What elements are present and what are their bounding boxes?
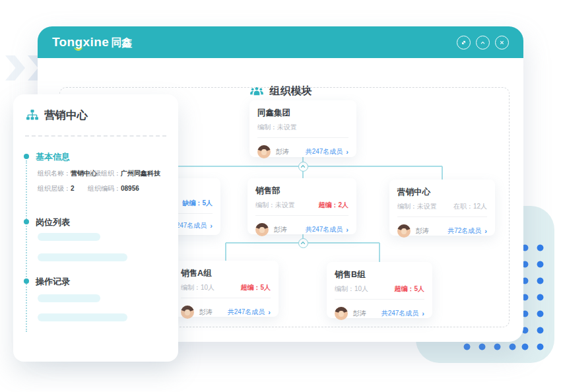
manager-name: 彭涛: [416, 226, 429, 236]
chevron-right-decoration: [5, 55, 25, 81]
section-bullet: [24, 219, 29, 224]
manager-name: 彭涛: [274, 225, 287, 234]
members-link[interactable]: 共247名成员›: [306, 225, 348, 234]
members-link[interactable]: 共247名成员›: [228, 308, 271, 317]
close-button[interactable]: [495, 36, 509, 49]
staffing-label: 编制：10人: [335, 284, 368, 294]
overstaffed-label: 超编：2人: [318, 201, 348, 210]
placeholder-bar: [38, 233, 100, 241]
overstaffed-label: 超编：5人: [240, 283, 271, 292]
chevron-up-icon: [479, 39, 486, 46]
member-avatar: [335, 307, 348, 320]
manager-name: 彭涛: [353, 309, 366, 318]
divider: [335, 299, 424, 300]
member-avatar: [255, 223, 269, 236]
chevron-up-icon: [300, 240, 306, 245]
parent-org-field: 上级组织：广州同鑫科技: [88, 169, 160, 178]
connector-line: [225, 243, 226, 261]
org-code-field: 组织编码：08956: [88, 184, 139, 193]
staffing-label: 编制：未设置: [397, 202, 437, 211]
connector-line: [442, 166, 443, 180]
staffing-label: 编制：10人: [181, 283, 214, 292]
chevron-up-icon: [300, 164, 306, 169]
on-duty-label: 在职：12人: [453, 202, 487, 211]
collapse-button[interactable]: [476, 36, 490, 49]
org-level-field: 组织层级：2: [38, 184, 75, 193]
org-card-title: 营销中心: [397, 187, 487, 198]
chevron-right-icon: ›: [422, 310, 424, 317]
section-heading-basic-info: 基本信息: [36, 151, 70, 163]
connector-collapse-node[interactable]: [298, 162, 308, 172]
chevron-right-icon: ›: [346, 148, 348, 156]
org-card-title: 销售B组: [335, 269, 424, 280]
staffing-label: 编制：未设置: [257, 123, 297, 132]
chevron-right-icon: ›: [484, 227, 487, 235]
members-link[interactable]: 共247名成员›: [306, 147, 348, 156]
connector-line: [379, 243, 380, 262]
org-card-title: 同鑫集团: [257, 108, 348, 119]
placeholder-bar: [38, 253, 127, 261]
org-card-sales-a[interactable]: 销售A组 编制：10人 超编：5人 彭涛 共247名成员›: [173, 261, 279, 317]
close-icon: [498, 39, 506, 46]
org-card-marketing-center[interactable]: 营销中心 编制：未设置 在职：12人 彭涛 共72名成员›: [389, 180, 495, 236]
brand-logo: Tongxine 同鑫: [52, 35, 132, 50]
detail-panel: 营销中心 基本信息 组织名称：营销中心 上级组织：广州同鑫科技 组织层级：2 组…: [13, 94, 178, 362]
chevron-right-icon: ›: [346, 226, 348, 234]
chevron-right-icon: ›: [268, 308, 271, 316]
divider: [255, 215, 348, 216]
member-avatar: [257, 145, 271, 158]
hierarchy-icon: [25, 108, 40, 123]
org-card-sales-dept[interactable]: 销售部 编制：未设置 超编：2人 彭涛 共247名成员›: [248, 178, 356, 234]
divider: [181, 298, 271, 298]
overstaffed-label: 超编：5人: [394, 284, 424, 294]
dashed-divider: [25, 135, 166, 137]
connector-collapse-node[interactable]: [298, 238, 308, 248]
org-card-root[interactable]: 同鑫集团 编制：未设置 彭涛 共247名成员›: [249, 100, 356, 157]
section-heading-op-log: 操作记录: [36, 276, 70, 288]
member-avatar: [181, 306, 194, 319]
member-avatar: [397, 224, 411, 238]
panel-title: 营销中心: [44, 108, 88, 123]
fullscreen-icon: [460, 39, 467, 46]
divider: [397, 216, 487, 217]
section-bullet: [24, 278, 29, 284]
members-link[interactable]: 共72名成员›: [447, 226, 487, 236]
manager-name: 彭涛: [276, 147, 289, 156]
org-card-sales-b[interactable]: 销售B组 编制：10人 超编：5人 彭涛 共247名成员›: [327, 262, 432, 318]
window-titlebar: Tongxine 同鑫: [38, 26, 523, 58]
staffing-label: 编制：未设置: [255, 201, 295, 210]
timeline-line: [26, 160, 27, 332]
fullscreen-button[interactable]: [457, 36, 471, 49]
page: Tongxine 同鑫: [0, 0, 561, 392]
org-card-title: 销售A组: [181, 268, 271, 279]
logo-smile-accent: [74, 46, 82, 51]
placeholder-bar: [38, 294, 100, 302]
placeholder-bar: [38, 313, 127, 321]
window-controls: [457, 36, 509, 49]
section-bullet: [24, 154, 29, 159]
brand-logo-zh: 同鑫: [111, 36, 132, 50]
chevron-right-icon: ›: [210, 222, 213, 230]
section-heading-post-list: 岗位列表: [36, 216, 70, 228]
org-card-title: 销售部: [255, 185, 348, 197]
manager-name: 彭涛: [199, 308, 213, 317]
vacancy-label: 缺编：5人: [182, 199, 213, 208]
members-link[interactable]: 共247名成员›: [381, 309, 424, 318]
divider: [257, 137, 348, 138]
